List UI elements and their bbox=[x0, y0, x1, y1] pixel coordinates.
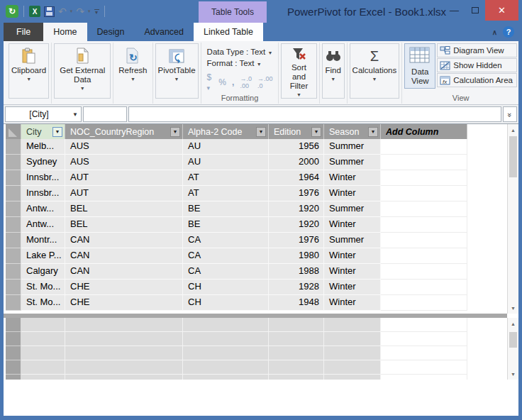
ribbon-tab-home[interactable]: Home bbox=[43, 23, 87, 41]
find-button[interactable]: Find ▼ bbox=[322, 43, 345, 99]
percent-format-icon[interactable]: % bbox=[218, 77, 226, 87]
diagram-view-button[interactable]: Diagram View bbox=[437, 43, 517, 57]
calc-cell[interactable] bbox=[65, 332, 183, 346]
cell-season[interactable]: Winter bbox=[324, 186, 381, 201]
cell-noc-countryregion[interactable]: CHE bbox=[65, 295, 183, 311]
name-box[interactable]: [City] ▼ bbox=[5, 106, 82, 122]
cell-edition[interactable]: 1980 bbox=[269, 248, 324, 264]
cell-season[interactable]: Winter bbox=[324, 264, 381, 280]
filter-button-alpha-2-code[interactable]: ▼ bbox=[256, 127, 266, 137]
ribbon-tab-advanced[interactable]: Advanced bbox=[134, 23, 194, 41]
cell-add-column[interactable] bbox=[381, 170, 467, 186]
calc-cell[interactable] bbox=[324, 375, 381, 380]
calc-cell[interactable] bbox=[381, 346, 467, 360]
clipboard-button[interactable]: Clipboard ▼ bbox=[9, 43, 49, 99]
cell-add-column[interactable] bbox=[381, 280, 467, 295]
row-header[interactable] bbox=[6, 201, 21, 217]
filter-button-noc-countryregion[interactable]: ▼ bbox=[170, 127, 180, 137]
cell-noc-countryregion[interactable]: CAN bbox=[65, 233, 183, 248]
increase-decimal-icon[interactable]: →.0.00 bbox=[240, 75, 252, 89]
cell-city[interactable]: Lake P... bbox=[21, 248, 65, 264]
cell-edition[interactable]: 1976 bbox=[269, 186, 324, 201]
calc-cell[interactable] bbox=[65, 318, 183, 332]
calc-row-header[interactable] bbox=[6, 318, 21, 332]
calc-cell[interactable] bbox=[324, 346, 381, 360]
customize-qat-icon[interactable]: ▾ bbox=[94, 9, 99, 14]
filter-button-edition[interactable]: ▼ bbox=[311, 127, 321, 137]
filter-button-season[interactable]: ▼ bbox=[368, 127, 378, 137]
calc-cell[interactable] bbox=[269, 375, 324, 380]
cell-add-column[interactable] bbox=[381, 201, 467, 217]
calc-cell[interactable] bbox=[324, 332, 381, 346]
calc-cell[interactable] bbox=[381, 360, 467, 375]
cell-noc-countryregion[interactable]: AUS bbox=[65, 155, 183, 170]
row-header[interactable] bbox=[6, 186, 21, 201]
cell-season[interactable]: Summer bbox=[324, 139, 381, 155]
cell-city[interactable]: St. Mo... bbox=[21, 280, 65, 295]
cell-edition[interactable]: 1964 bbox=[269, 170, 324, 186]
cell-city[interactable]: Calgary bbox=[21, 264, 65, 280]
pivottable-button[interactable]: ⤹ PivotTable ▼ bbox=[155, 43, 199, 99]
cell-city[interactable]: Innsbr... bbox=[21, 170, 65, 186]
calc-cell[interactable] bbox=[381, 375, 467, 380]
cell-edition[interactable]: 1988 bbox=[269, 264, 324, 280]
data-view-button[interactable]: Data View bbox=[404, 43, 435, 89]
calc-cell[interactable] bbox=[183, 360, 269, 375]
cell-season[interactable]: Summer bbox=[324, 155, 381, 170]
cell-city[interactable]: Melb... bbox=[21, 139, 65, 155]
calc-row-header[interactable] bbox=[6, 346, 21, 360]
calc-cell[interactable] bbox=[269, 346, 324, 360]
column-header-edition[interactable]: Edition▼ bbox=[269, 124, 324, 139]
row-header[interactable] bbox=[6, 170, 21, 186]
cell-noc-countryregion[interactable]: AUT bbox=[65, 170, 183, 186]
undo-icon[interactable]: ↶ bbox=[58, 6, 67, 16]
scrollbar-thumb[interactable] bbox=[509, 136, 517, 177]
excel-icon[interactable]: X bbox=[29, 6, 40, 17]
calc-row-header[interactable] bbox=[6, 375, 21, 380]
column-header-noc-countryregion[interactable]: NOC_CountryRegion▼ bbox=[65, 124, 183, 139]
cell-alpha-2-code[interactable]: AU bbox=[183, 155, 269, 170]
cell-noc-countryregion[interactable]: AUS bbox=[65, 139, 183, 155]
cell-noc-countryregion[interactable]: CAN bbox=[65, 264, 183, 280]
scrollbar-thumb[interactable] bbox=[509, 332, 517, 348]
calc-cell[interactable] bbox=[65, 346, 183, 360]
cell-season[interactable]: Summer bbox=[324, 233, 381, 248]
cell-noc-countryregion[interactable]: BEL bbox=[65, 201, 183, 217]
calc-cell[interactable] bbox=[65, 360, 183, 375]
expand-formula-bar-button[interactable]: » bbox=[503, 106, 517, 122]
cell-noc-countryregion[interactable]: CHE bbox=[65, 280, 183, 295]
ribbon-tab-design[interactable]: Design bbox=[87, 23, 135, 41]
calculation-area-button[interactable]: fx Calculation Area bbox=[437, 73, 517, 87]
cell-alpha-2-code[interactable]: CA bbox=[183, 264, 269, 280]
cell-season[interactable]: Winter bbox=[324, 280, 381, 295]
cell-city[interactable]: Antw... bbox=[21, 201, 65, 217]
cell-edition[interactable]: 1956 bbox=[269, 139, 324, 155]
data-type-dropdown[interactable]: Data Type : Text ▼ bbox=[207, 48, 273, 56]
cell-city[interactable]: Montr... bbox=[21, 233, 65, 248]
calc-cell[interactable] bbox=[21, 332, 65, 346]
cell-add-column[interactable] bbox=[381, 139, 467, 155]
row-header[interactable] bbox=[6, 280, 21, 295]
cell-add-column[interactable] bbox=[381, 295, 467, 311]
calc-cell[interactable] bbox=[21, 346, 65, 360]
redo-dropdown-icon[interactable]: ▾ bbox=[88, 9, 91, 14]
cell-season[interactable]: Winter bbox=[324, 248, 381, 264]
refresh-button[interactable]: ↻ Refresh ▼ bbox=[116, 43, 150, 99]
cell-edition[interactable]: 1928 bbox=[269, 280, 324, 295]
calc-vertical-scrollbar[interactable]: ▲ ▼ bbox=[507, 318, 518, 380]
row-header[interactable] bbox=[6, 248, 21, 264]
powerpivot-logo-icon[interactable]: ↻ bbox=[6, 5, 18, 18]
cell-alpha-2-code[interactable]: BE bbox=[183, 217, 269, 233]
name-box-caret-icon[interactable]: ▼ bbox=[72, 111, 81, 118]
select-all-corner[interactable] bbox=[6, 124, 21, 139]
cell-city[interactable]: Antw... bbox=[21, 217, 65, 233]
scroll-up-icon[interactable]: ▲ bbox=[508, 318, 518, 329]
column-header-city[interactable]: City▼ bbox=[21, 124, 65, 139]
cell-alpha-2-code[interactable]: CH bbox=[183, 280, 269, 295]
show-hidden-button[interactable]: Show Hidden bbox=[437, 58, 517, 72]
cell-noc-countryregion[interactable]: AUT bbox=[65, 186, 183, 201]
formula-input[interactable] bbox=[128, 106, 501, 122]
row-header[interactable] bbox=[6, 217, 21, 233]
calc-cell[interactable] bbox=[269, 332, 324, 346]
cell-season[interactable]: Winter bbox=[324, 217, 381, 233]
